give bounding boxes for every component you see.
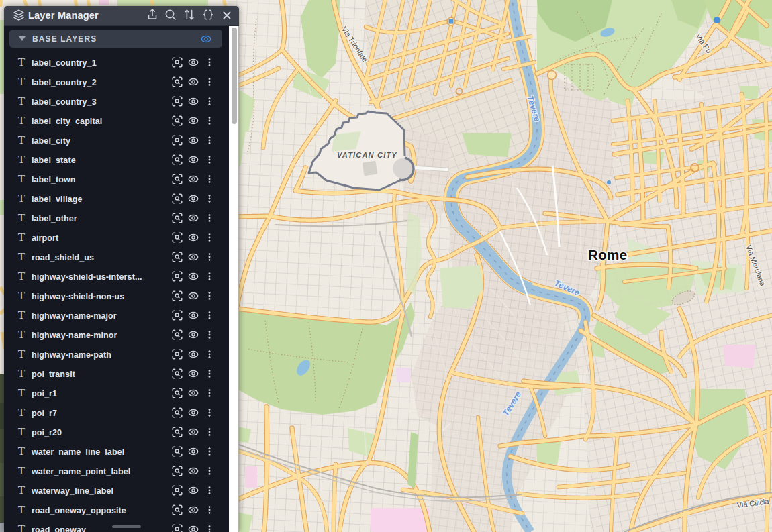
svg-text:VATICAN CITY: VATICAN CITY (337, 151, 397, 159)
svg-text:Rome: Rome (588, 247, 627, 262)
